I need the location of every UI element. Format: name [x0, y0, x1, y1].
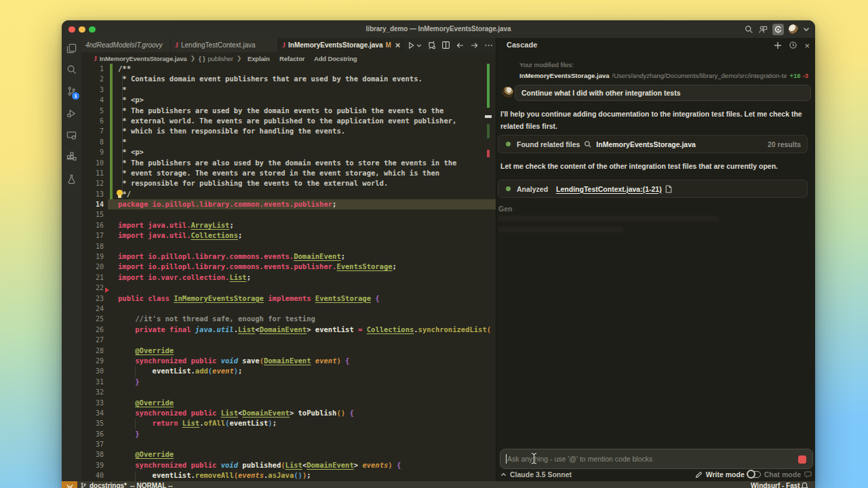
extensions-icon[interactable]: [62, 146, 81, 167]
chat-mode-label[interactable]: Chat mode: [764, 470, 801, 479]
line-number: 12: [81, 178, 104, 188]
lens-explain[interactable]: Explain: [248, 55, 270, 62]
code-line-7[interactable]: 7 * which is then responsible for handli…: [81, 126, 496, 136]
code-line-19[interactable]: 19import io.pillopl.library.commons.even…: [81, 251, 496, 262]
tab-lendingtestcontext[interactable]: JLendingTestContext.java: [171, 38, 278, 52]
tab-readmodels[interactable]: 4ndReadModelsIT.groovy: [81, 38, 171, 52]
cascade-header: Cascade ×: [496, 38, 815, 54]
remote-explorer-icon[interactable]: [62, 125, 81, 145]
overview-ruler-cursor: [485, 115, 492, 118]
code-line-40[interactable]: 40 eventList.removeAll(events.asJava());: [81, 470, 496, 481]
source-control-icon[interactable]: 1: [62, 81, 81, 101]
code-line-1[interactable]: 1/**: [81, 64, 496, 74]
git-branch-item[interactable]: docstrings*: [80, 481, 127, 488]
code-line-29[interactable]: 29 synchronized public void save(DomainE…: [81, 356, 496, 366]
stop-button[interactable]: [798, 455, 807, 464]
cascade-toggle-button[interactable]: [772, 24, 784, 35]
run-debug-icon[interactable]: [62, 103, 81, 123]
code-line-17[interactable]: 17import java.util.Collections;: [81, 230, 496, 241]
close-tab-icon[interactable]: ×: [395, 42, 401, 49]
code-line-37[interactable]: 37: [81, 439, 496, 449]
code-text: import io.pillopl.library.commons.events…: [118, 251, 345, 262]
code-line-23[interactable]: 23public class InMemoryEventsStorage imp…: [81, 293, 496, 304]
code-line-27[interactable]: 27: [81, 335, 496, 345]
open-changes-icon[interactable]: [427, 41, 436, 49]
code-line-24[interactable]: 24: [81, 304, 496, 314]
code-line-36[interactable]: 36 }: [81, 429, 496, 439]
breadcrumb-file[interactable]: InMemoryEventsStorage.java: [100, 55, 187, 62]
explorer-icon[interactable]: [62, 38, 81, 58]
bell-icon[interactable]: [801, 481, 808, 488]
write-mode-label[interactable]: Write mode: [706, 470, 745, 479]
user-message-bubble[interactable]: Continue what I did with other integrati…: [515, 85, 811, 101]
code-line-39[interactable]: 39 synchronized public void published(Li…: [81, 460, 496, 470]
search-icon[interactable]: [745, 25, 753, 34]
code-line-32[interactable]: 32: [81, 387, 496, 397]
code-line-13[interactable]: 13 */: [81, 189, 496, 199]
code-line-33[interactable]: 33 @Override: [81, 398, 496, 408]
lightbulb-icon[interactable]: [116, 190, 123, 199]
breadcrumb-symbol[interactable]: publisher: [208, 55, 233, 62]
code-line-18[interactable]: 18: [81, 241, 496, 251]
navigate-back-icon[interactable]: [456, 41, 465, 49]
code-line-34[interactable]: 34 synchronized public List<DomainEvent>…: [81, 408, 496, 418]
code-line-38[interactable]: 38 @Override: [81, 449, 496, 460]
more-actions-icon[interactable]: ⋯: [484, 40, 494, 50]
git-added-gutter-bar: [110, 64, 113, 199]
tool-call-analyzed[interactable]: Analyzed LendingTestContext.java:(1-21): [498, 180, 808, 198]
testing-icon[interactable]: [62, 169, 81, 189]
windsurf-status[interactable]: Windsurf - Fast: [751, 481, 800, 488]
lens-add-docstring[interactable]: Add Docstring: [314, 55, 357, 62]
code-line-2[interactable]: 2 * Contains domain event publishers tha…: [81, 74, 496, 84]
code-line-28[interactable]: 28 @Override: [81, 346, 496, 356]
model-selector[interactable]: Claude 3.5 Sonnet: [510, 470, 572, 479]
chat-input[interactable]: Ask anything - use '@' to mention code b…: [500, 449, 813, 469]
mode-toggle[interactable]: [748, 471, 761, 478]
code-line-31[interactable]: 31 }: [81, 377, 496, 387]
code-line-5[interactable]: 5 * The publishers are used by the domai…: [81, 106, 496, 116]
analyzed-file-link[interactable]: LendingTestContext.java:(1-21): [556, 185, 662, 193]
code-line-21[interactable]: 21import io.vavr.collection.List;: [81, 272, 496, 283]
lens-refactor[interactable]: Refactor: [279, 55, 304, 62]
code-line-20[interactable]: 20import io.pillopl.library.commons.even…: [81, 262, 496, 272]
tool-call-found-files[interactable]: Found related files InMemoryEventsStorag…: [498, 135, 808, 153]
new-chat-icon[interactable]: [774, 41, 782, 51]
history-icon[interactable]: [789, 41, 797, 51]
search-sidebar-icon[interactable]: [62, 59, 81, 79]
code-text: * <p>: [118, 95, 144, 105]
code-line-8[interactable]: 8 *: [81, 137, 496, 147]
navigate-forward-icon[interactable]: [470, 41, 479, 49]
code-line-35[interactable]: 35 return List.ofAll(eventList);: [81, 418, 496, 428]
user-message-text: Continue what I did with other integrati…: [521, 89, 681, 97]
line-number: 4: [81, 95, 104, 105]
chevron-up-icon[interactable]: [500, 472, 507, 477]
tab-inmemoryeventsstorage[interactable]: JInMemoryEventsStorage.javaM×: [278, 38, 403, 52]
code-line-11[interactable]: 11 * event storage. The events are store…: [81, 168, 496, 178]
code-editor[interactable]: 1/**2 * Contains domain event publishers…: [81, 64, 496, 481]
split-editor-icon[interactable]: [441, 41, 450, 49]
line-number: 31: [81, 377, 104, 387]
code-line-4[interactable]: 4 * <p>: [81, 95, 496, 105]
code-line-14[interactable]: 14package io.pillopl.library.common.even…: [81, 199, 496, 209]
remote-indicator[interactable]: [62, 481, 77, 488]
code-line-3[interactable]: 3 *: [81, 85, 496, 95]
chevron-down-icon[interactable]: [803, 26, 810, 32]
chevron-right-icon: ❯: [237, 55, 241, 62]
code-line-9[interactable]: 9 * <p>: [81, 147, 496, 157]
code-line-26[interactable]: 26 private final java.util.List<DomainEv…: [81, 325, 496, 335]
code-line-12[interactable]: 12 * responsible for publishing the even…: [81, 178, 496, 188]
code-line-22[interactable]: 22: [81, 283, 496, 293]
account-icon[interactable]: [758, 25, 768, 34]
code-line-30[interactable]: 30 eventList.add(event);: [81, 366, 496, 376]
user-avatar[interactable]: [789, 24, 798, 34]
line-number: 11: [81, 168, 104, 178]
modified-file-row[interactable]: InMemoryEventsStorage.java /Users/andyzh…: [519, 72, 808, 79]
run-button[interactable]: [407, 41, 422, 49]
code-text: * <p>: [118, 147, 144, 157]
code-line-15[interactable]: 15: [81, 209, 496, 220]
close-panel-icon[interactable]: ×: [804, 41, 810, 51]
code-line-25[interactable]: 25 //it's not thread safe, enough for te…: [81, 314, 496, 324]
code-line-16[interactable]: 16import java.util.ArrayList;: [81, 220, 496, 230]
code-line-6[interactable]: 6 * external world. The events are publi…: [81, 116, 496, 126]
code-line-10[interactable]: 10 * The publishers are also used by the…: [81, 158, 496, 168]
